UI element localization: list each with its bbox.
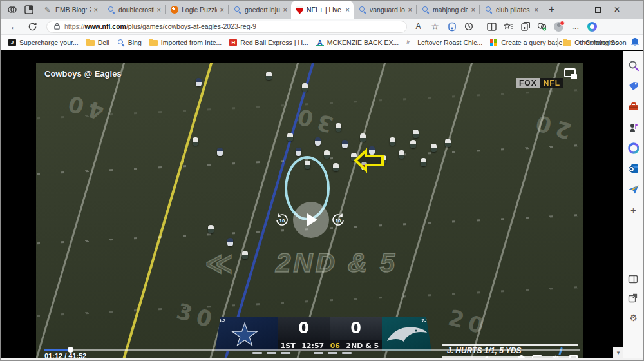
maximize-button[interactable] — [588, 1, 607, 19]
safety-check-icon[interactable] — [536, 21, 547, 32]
puzzle-icon — [171, 6, 178, 14]
read-aloud-icon[interactable]: A — [413, 21, 424, 32]
away-score: 0 — [278, 317, 330, 340]
favorites-hub-icon[interactable] — [503, 21, 514, 32]
lock-icon[interactable] — [53, 23, 61, 30]
seek-progress — [44, 349, 70, 351]
sidebar-search-icon[interactable] — [628, 60, 639, 72]
bookmarks-overflow-button[interactable]: › — [549, 38, 552, 47]
seek-bar[interactable] — [44, 349, 580, 351]
field-number: 40 — [61, 89, 107, 125]
player-marker — [445, 139, 451, 147]
address-bar[interactable]: https://www.nfl.com/plus/games/cowboys-a… — [46, 21, 407, 33]
search-icon — [117, 39, 125, 46]
new-tab-button[interactable]: + — [549, 4, 554, 15]
tab-close-icon[interactable]: × — [535, 6, 538, 14]
tab-club-pilates-co[interactable]: club pilates co× — [480, 1, 542, 19]
bookmark-dell[interactable]: Dell — [86, 39, 109, 46]
copilot-icon[interactable] — [587, 21, 598, 32]
search-icon — [234, 6, 242, 14]
scrollbar-down-arrow[interactable]: ▾ — [613, 347, 623, 358]
collections-icon[interactable] — [520, 21, 531, 32]
browser-essentials-icon[interactable] — [446, 21, 457, 32]
sidebar-shopping-icon[interactable] — [628, 81, 639, 92]
away-record: 5-2 — [218, 318, 226, 324]
folder-icon — [563, 40, 571, 46]
tab-mahjong-classi[interactable]: mahjong classi× — [417, 1, 479, 19]
folder-icon — [149, 40, 158, 46]
favorite-star-icon[interactable]: ☆ — [430, 21, 440, 32]
player-marker — [193, 137, 198, 146]
notification-bell-icon[interactable] — [630, 37, 639, 48]
bookmark-mckenzie-back-ex[interactable]: AMCKENZIE BACK EX... — [316, 39, 399, 46]
tab-doublecrostic[interactable]: doublecrostic× — [102, 1, 165, 19]
tab-close-icon[interactable]: × — [220, 6, 224, 14]
tab-close-icon[interactable]: × — [346, 6, 350, 14]
profile-avatar[interactable] — [553, 21, 564, 32]
j-black-icon: J — [8, 39, 16, 46]
forward-10-button[interactable]: 10 — [331, 213, 345, 227]
video-player[interactable]: 40 30 20 30 20 ≪ 2ND & 5 Cowboys @ Eagle… — [36, 63, 583, 359]
back-button[interactable]: ← — [10, 21, 19, 32]
sidebar-image-creator-icon[interactable] — [628, 142, 639, 154]
settings-more-icon[interactable]: … — [570, 21, 581, 32]
sidebar-outlook-icon[interactable] — [628, 163, 639, 175]
player-marker — [360, 133, 366, 142]
player-marker — [413, 130, 419, 138]
bookmark-label: Dell — [98, 39, 109, 46]
tab-emb-blog-202[interactable]: ✎EMB Blog: 202× — [39, 1, 102, 19]
sidebar-settings-icon[interactable]: ⚙ — [629, 313, 638, 323]
other-favorites-button[interactable]: Other favorites — [563, 39, 619, 46]
tab-close-icon[interactable]: × — [94, 6, 98, 14]
tab-logic-puzzles-[interactable]: Logic Puzzles |× — [166, 1, 228, 19]
refresh-button[interactable] — [28, 22, 37, 32]
tab-actions-icon[interactable] — [24, 5, 34, 15]
tab-close-icon[interactable]: × — [157, 6, 161, 14]
history-icon[interactable] — [463, 21, 474, 32]
sidebar-tools-icon[interactable] — [628, 101, 639, 113]
player-marker — [431, 144, 437, 152]
edge-sidebar: +⚙ — [623, 51, 643, 359]
bookmark-label: Bing — [128, 39, 142, 46]
bookmark-label: Leftover Roast Chic... — [417, 39, 482, 46]
search-icon — [422, 6, 430, 14]
tab-close-icon[interactable]: × — [408, 6, 412, 14]
window-bottom-border — [1, 358, 644, 360]
tab-title: NFL+ | Live Ga — [307, 6, 343, 14]
url-text: https://www.nfl.com/plus/games/cowboys-a… — [64, 23, 256, 30]
sidebar-games-icon[interactable] — [628, 122, 639, 133]
player-marker — [196, 78, 202, 86]
bookmark-red-ball-express-h[interactable]: HRed Ball Express | H... — [229, 39, 308, 46]
tab-bar: ✎EMB Blog: 202×doublecrostic×Logic Puzzl… — [1, 1, 644, 19]
tab-close-icon[interactable]: × — [471, 6, 475, 14]
tab-close-icon[interactable]: × — [283, 6, 287, 14]
bookmark-bing[interactable]: Bing — [117, 39, 142, 46]
minimize-button[interactable]: — — [569, 1, 588, 19]
sidebar-add-button[interactable]: + — [630, 204, 636, 215]
bookmark-supercharge-your[interactable]: JSupercharge your... — [8, 39, 79, 46]
bookmark-leftover-roast-chic[interactable]: lrLeftover Roast Chic... — [406, 39, 482, 46]
play-button[interactable] — [293, 202, 329, 238]
sidebar-open-external-icon[interactable] — [628, 293, 639, 305]
tab-vanguard-logi[interactable]: vanguard logi× — [354, 1, 416, 19]
tab-goedert-injury[interactable]: goedert injury× — [229, 1, 291, 19]
close-button[interactable]: ✕ — [607, 1, 627, 19]
player-marker — [399, 150, 404, 159]
picture-in-picture-icon[interactable] — [564, 68, 576, 77]
page-content: 40 30 20 30 20 ≪ 2ND & 5 Cowboys @ Eagle… — [1, 51, 624, 359]
sidebar-sidebar-panel-icon[interactable] — [628, 274, 639, 286]
browser-window: ✎EMB Blog: 202×doublecrostic×Logic Puzzl… — [0, 0, 644, 361]
sidebar-drop-icon[interactable] — [628, 184, 639, 195]
rewind-10-button[interactable]: 10 — [275, 213, 289, 227]
bookmark-imported-from-inte[interactable]: Imported from Inte... — [149, 39, 222, 46]
tab-title: goedert injury — [245, 6, 280, 14]
tab-nfl-live-ga[interactable]: NFL+ | Live Ga× — [291, 1, 354, 19]
player-marker — [390, 137, 395, 146]
player-marker — [302, 83, 308, 92]
split-screen-icon[interactable] — [486, 21, 497, 32]
workspaces-icon[interactable] — [7, 5, 17, 15]
player-marker — [421, 158, 426, 166]
url-path: /plus/games/cowboys-at-eagles-2023-reg-9 — [126, 23, 256, 30]
player-marker — [227, 238, 233, 246]
scoreboard-away-team: 5-2 — [215, 317, 278, 351]
